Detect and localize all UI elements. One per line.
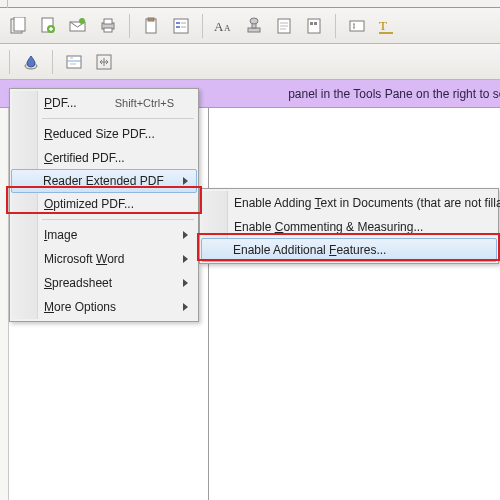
menu-item-label: More Options bbox=[44, 300, 116, 314]
menu-item[interactable]: Microsoft Word bbox=[12, 247, 196, 271]
submenu-arrow-icon bbox=[183, 177, 188, 185]
stamp-icon[interactable] bbox=[242, 14, 266, 38]
submenu-arrow-icon bbox=[183, 303, 188, 311]
reader-extended-submenu: Enable Adding Text in Documents (that ar… bbox=[199, 188, 499, 264]
svg-rect-21 bbox=[310, 22, 313, 25]
svg-rect-13 bbox=[176, 26, 180, 28]
toolbar-separator bbox=[9, 50, 10, 74]
submenu-item[interactable]: Enable Adding Text in Documents (that ar… bbox=[202, 191, 496, 215]
mail-pdf-icon[interactable] bbox=[66, 14, 90, 38]
submenu-arrow-icon bbox=[183, 279, 188, 287]
menu-item-label: Reduced Size PDF... bbox=[44, 127, 155, 141]
svg-rect-23 bbox=[350, 21, 364, 31]
svg-text:A: A bbox=[214, 19, 224, 34]
menu-item[interactable]: Certified PDF... bbox=[12, 146, 196, 170]
svg-point-18 bbox=[250, 18, 258, 24]
submenu-item-label: Enable Commenting & Measuring... bbox=[234, 220, 423, 234]
menu-item-label: Microsoft Word bbox=[44, 252, 124, 266]
menu-item-label: Optimized PDF... bbox=[44, 197, 134, 211]
saveas-menu: PDF...Shift+Ctrl+SReduced Size PDF...Cer… bbox=[9, 88, 199, 322]
svg-rect-7 bbox=[104, 19, 112, 24]
menu-item[interactable]: PDF...Shift+Ctrl+S bbox=[12, 91, 196, 115]
svg-rect-16 bbox=[248, 28, 260, 32]
submenu-item-label: Enable Adding Text in Documents (that ar… bbox=[234, 196, 500, 210]
svg-rect-26 bbox=[67, 56, 81, 68]
info-bar-text: panel in the Tools Pane on the right to … bbox=[288, 87, 500, 101]
svg-rect-22 bbox=[314, 22, 317, 25]
toolbar-separator bbox=[335, 14, 336, 38]
menu-item[interactable]: Spreadsheet bbox=[12, 271, 196, 295]
svg-text:T: T bbox=[379, 18, 387, 33]
highlight-block-icon[interactable] bbox=[302, 14, 326, 38]
toolbar-separator bbox=[202, 14, 203, 38]
menu-item-label: Certified PDF... bbox=[44, 151, 125, 165]
menu-item-label: Spreadsheet bbox=[44, 276, 112, 290]
toolbar-separator bbox=[129, 14, 130, 38]
svg-rect-10 bbox=[148, 18, 154, 21]
page-add-icon[interactable] bbox=[36, 14, 60, 38]
submenu-arrow-icon bbox=[183, 255, 188, 263]
submenu-item-label: Enable Additional Features... bbox=[233, 243, 386, 257]
nav-gutter bbox=[0, 108, 9, 500]
svg-rect-1 bbox=[14, 17, 25, 31]
toolbar-separator bbox=[52, 50, 53, 74]
submenu-arrow-icon bbox=[183, 231, 188, 239]
menu-item-label: Image bbox=[44, 228, 77, 242]
submenu-item[interactable]: Enable Commenting & Measuring... bbox=[202, 215, 496, 239]
page-divider bbox=[208, 108, 209, 500]
menu-item[interactable]: More Options bbox=[12, 295, 196, 319]
toolbar-row-1: AA T bbox=[0, 8, 500, 44]
forms-icon[interactable] bbox=[169, 14, 193, 38]
fit-icon[interactable] bbox=[92, 50, 116, 74]
menu-item[interactable]: Image bbox=[12, 223, 196, 247]
typewriter-icon[interactable]: T bbox=[375, 14, 399, 38]
svg-rect-8 bbox=[104, 28, 112, 32]
text-size-icon[interactable]: AA bbox=[212, 14, 236, 38]
print-icon[interactable] bbox=[96, 14, 120, 38]
submenu-item[interactable]: Enable Additional Features... bbox=[201, 238, 497, 262]
text-field-icon[interactable] bbox=[345, 14, 369, 38]
toolbar-row-2 bbox=[0, 44, 500, 80]
svg-point-5 bbox=[79, 18, 85, 24]
ink-icon[interactable] bbox=[19, 50, 43, 74]
menu-item[interactable]: Reduced Size PDF... bbox=[12, 122, 196, 146]
clipboard-icon[interactable] bbox=[139, 14, 163, 38]
window-top-edge bbox=[0, 0, 500, 8]
svg-text:A: A bbox=[224, 23, 231, 33]
svg-rect-12 bbox=[176, 22, 180, 24]
menu-item[interactable]: Reader Extended PDF bbox=[11, 169, 197, 193]
menu-item-label: Reader Extended PDF bbox=[43, 174, 164, 188]
scan-icon[interactable] bbox=[62, 50, 86, 74]
menu-separator bbox=[42, 219, 194, 220]
svg-rect-20 bbox=[308, 19, 320, 33]
menu-item-label: PDF... bbox=[44, 96, 77, 110]
pageview-icon[interactable] bbox=[272, 14, 296, 38]
menu-item[interactable]: Optimized PDF... bbox=[12, 192, 196, 216]
pages-icon[interactable] bbox=[6, 14, 30, 38]
menu-separator bbox=[42, 118, 194, 119]
menu-item-shortcut: Shift+Ctrl+S bbox=[105, 97, 174, 109]
